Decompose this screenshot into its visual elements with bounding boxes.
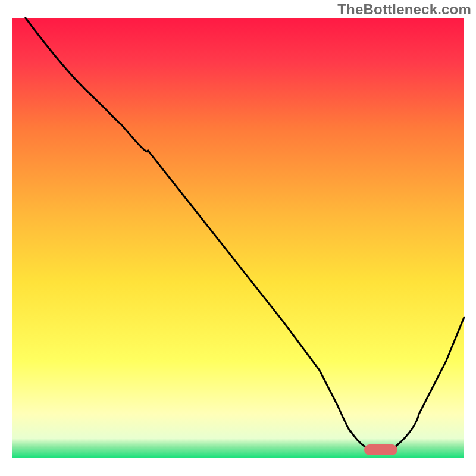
plot-area (12, 18, 464, 458)
chart-stage: TheBottleneck.com (0, 0, 476, 476)
optimal-range-marker (364, 444, 397, 455)
bottleneck-chart (0, 0, 476, 476)
